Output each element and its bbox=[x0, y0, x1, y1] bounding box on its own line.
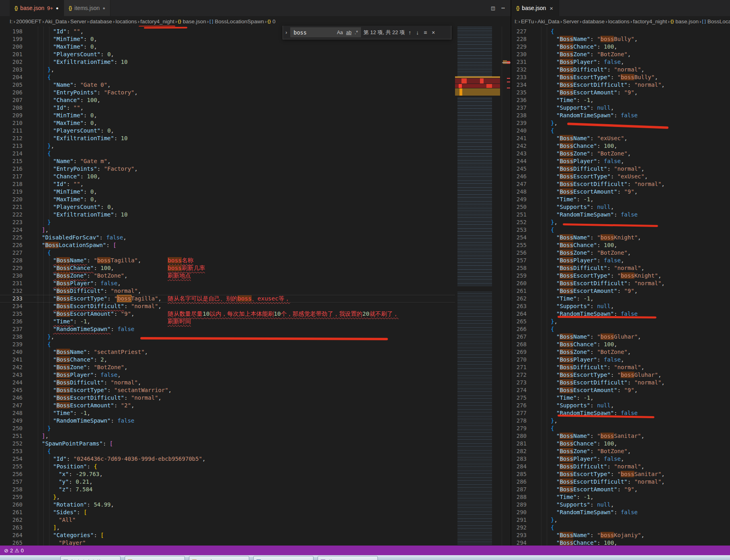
code-line[interactable]: 247"BossEscortDifficult": "normal", bbox=[511, 180, 730, 188]
code-line[interactable]: 263], bbox=[0, 524, 455, 531]
find-close-icon[interactable]: × bbox=[431, 29, 436, 36]
code-line[interactable]: 250} bbox=[0, 425, 455, 432]
code-line[interactable]: 248"BossEscortAmount": "9", bbox=[511, 188, 730, 196]
code-line[interactable]: 259"BossEscortType": "bossKnight", bbox=[511, 272, 730, 280]
breadcrumb-item[interactable]: {}base.json bbox=[178, 18, 206, 25]
code-line[interactable]: 262"Time": -1, bbox=[511, 295, 730, 302]
code-line[interactable]: 276"Supports": null, bbox=[511, 402, 730, 409]
breadcrumb-item[interactable]: Server bbox=[563, 18, 579, 25]
code-line[interactable]: 291}, bbox=[511, 516, 730, 524]
modified-dot-icon[interactable]: ● bbox=[56, 6, 59, 10]
code-line[interactable]: 253{ bbox=[0, 448, 455, 455]
code-line[interactable]: 220"MaxTime": 0, bbox=[0, 196, 455, 203]
minimap[interactable] bbox=[455, 27, 502, 546]
code-line[interactable]: 294"BossChance": 100, bbox=[511, 539, 730, 546]
code-line[interactable]: 263"Supports": null, bbox=[511, 302, 730, 310]
breadcrumb-item[interactable]: database bbox=[90, 18, 112, 25]
breadcrumb-item[interactable]: database bbox=[582, 18, 605, 25]
code-line[interactable]: 235"BossEscortAmount": "9",随从数量尽量10以内，每次… bbox=[0, 310, 455, 318]
breadcrumb-item[interactable]: factory4_night bbox=[140, 18, 174, 25]
code-line[interactable]: 290"RandomTimeSpawn": false bbox=[511, 509, 730, 516]
tab-base-json[interactable]: {} base.json 9+ ● bbox=[10, 0, 64, 16]
code-line[interactable]: 235"BossEscortAmount": "9", bbox=[511, 89, 730, 96]
breadcrumb-item[interactable]: factory4_night bbox=[633, 18, 667, 25]
code-line[interactable]: 278}, bbox=[511, 417, 730, 425]
find-next-icon[interactable]: ↓ bbox=[415, 29, 420, 36]
find-input[interactable]: boss Aa ab .* bbox=[290, 27, 361, 37]
code-line[interactable]: 282"BossZone": "BotZone", bbox=[511, 448, 730, 455]
code-line[interactable]: 244"BossDifficult": "normal", bbox=[0, 379, 455, 386]
code-line[interactable]: 285"BossEscortType": "bossSanitar", bbox=[511, 470, 730, 478]
code-line[interactable]: 261"Sides": [ bbox=[0, 509, 455, 516]
code-line[interactable]: 251], bbox=[0, 432, 455, 440]
code-line[interactable]: 274"BossEscortAmount": "9", bbox=[511, 386, 730, 394]
code-line[interactable]: 249"Time": -1, bbox=[511, 196, 730, 203]
code-line[interactable]: 205"Name": "Gate 0", bbox=[0, 81, 455, 89]
breadcrumb-item[interactable]: {}0 bbox=[267, 18, 275, 25]
breadcrumb-item[interactable]: locations bbox=[115, 18, 137, 25]
code-line[interactable]: 245"BossDifficult": "normal", bbox=[511, 165, 730, 173]
code-line[interactable]: 262"All" bbox=[0, 516, 455, 524]
code-line[interactable]: 243"BossPlayer": false, bbox=[0, 371, 455, 379]
match-case-icon[interactable]: Aa bbox=[335, 30, 344, 35]
code-line[interactable]: 271"BossDifficult": "normal", bbox=[511, 364, 730, 371]
code-line[interactable]: 231"BossPlayer": false, bbox=[511, 58, 730, 66]
code-line[interactable]: 260"BossEscortDifficult": "normal", bbox=[511, 280, 730, 287]
whole-word-icon[interactable]: ab bbox=[344, 30, 353, 35]
code-line[interactable]: 206"EntryPoints": "Factory", bbox=[0, 89, 455, 96]
code-line[interactable]: 243"BossZone": "BotZone", bbox=[511, 150, 730, 157]
code-line[interactable]: 200"MaxTime": 0, bbox=[0, 43, 455, 51]
overview-ruler[interactable] bbox=[502, 27, 511, 546]
code-line[interactable]: 293"BossName": "bossKojaniy", bbox=[511, 531, 730, 539]
code-line[interactable]: 258"BossDifficult": "normal", bbox=[511, 264, 730, 272]
taskbar-button[interactable]: 截图工具 bbox=[318, 556, 378, 560]
code-line[interactable]: 209"MinTime": 0, bbox=[0, 112, 455, 119]
code-line[interactable]: 280"BossName": "bossSanitar", bbox=[511, 432, 730, 440]
code-line[interactable]: 242"BossChance": 100, bbox=[511, 142, 730, 150]
code-line[interactable]: 259}, bbox=[0, 493, 455, 501]
code-line[interactable]: 218"Id": "", bbox=[0, 180, 455, 188]
code-line[interactable]: 213}, bbox=[0, 142, 455, 150]
code-line[interactable]: 204{ bbox=[0, 74, 455, 81]
tab-items-json[interactable]: {} items.json ● bbox=[64, 0, 111, 16]
code-line[interactable]: 225"DisabledForScav": false, bbox=[0, 234, 455, 241]
code-line[interactable]: 232"BossDifficult": "normal", bbox=[0, 287, 455, 295]
breadcrumb-item[interactable]: EFTu bbox=[521, 18, 534, 25]
code-line[interactable]: 203}, bbox=[0, 66, 455, 74]
code-line[interactable]: 266{ bbox=[511, 325, 730, 333]
modified-dot-icon[interactable]: ● bbox=[103, 6, 105, 10]
code-line[interactable]: 207"Chance": 100, bbox=[0, 96, 455, 104]
code-line[interactable]: 256"BossZone": "BotZone", bbox=[511, 249, 730, 257]
code-line[interactable]: 232"BossDifficult": "normal", bbox=[511, 66, 730, 74]
code-line[interactable]: 221"PlayersCount": 0, bbox=[0, 203, 455, 211]
code-line[interactable]: 201"PlayersCount": 0, bbox=[0, 51, 455, 58]
code-line[interactable]: 223} bbox=[0, 219, 455, 226]
code-line[interactable]: 260"Rotation": 54.99, bbox=[0, 501, 455, 509]
code-line[interactable]: 246"BossEscortDifficult": "normal", bbox=[0, 394, 455, 402]
code-line[interactable]: 210"MaxTime": 0, bbox=[0, 119, 455, 127]
code-line[interactable]: 215"Name": "Gate m", bbox=[0, 157, 455, 165]
code-line[interactable]: 230"BossZone": "BotZone", bbox=[511, 51, 730, 58]
code-line[interactable]: 222"ExfiltrationTime": 10 bbox=[0, 211, 455, 219]
breadcrumb-item[interactable]: Aki_Data bbox=[537, 18, 560, 25]
code-line[interactable]: 287"BossEscortAmount": "9", bbox=[511, 486, 730, 493]
code-line[interactable]: 248"Time": -1, bbox=[0, 409, 455, 417]
code-line[interactable]: 236"Time": -1, bbox=[511, 96, 730, 104]
code-line[interactable]: 288"Time": -1, bbox=[511, 493, 730, 501]
code-line[interactable]: 211"PlayersCount": 0, bbox=[0, 127, 455, 135]
code-line[interactable]: 242"BossZone": "BotZone", bbox=[0, 364, 455, 371]
code-line[interactable]: 270"BossPlayer": false, bbox=[511, 356, 730, 364]
code-line[interactable]: 234"BossEscortDifficult": "normal", bbox=[511, 81, 730, 89]
regex-icon[interactable]: .* bbox=[353, 30, 359, 35]
code-line[interactable]: 251"RandomTimeSpawn": false bbox=[511, 211, 730, 219]
code-line[interactable]: 247"BossEscortAmount": "2", bbox=[0, 402, 455, 409]
breadcrumb-item[interactable]: Aki_Data bbox=[45, 18, 67, 25]
code-line[interactable]: 258"z": 7.584 bbox=[0, 486, 455, 493]
code-line[interactable]: 283"BossPlayer": false, bbox=[511, 455, 730, 463]
code-line[interactable]: 254"BossName": "bossKnight", bbox=[511, 234, 730, 241]
code-line[interactable]: 216"EntryPoints": "Factory", bbox=[0, 165, 455, 173]
code-line[interactable]: 240{ bbox=[511, 127, 730, 135]
code-line[interactable]: 219"MinTime": 0, bbox=[0, 188, 455, 196]
code-line[interactable]: 292{ bbox=[511, 524, 730, 531]
code-line[interactable]: 231"BossPlayer": false, bbox=[0, 280, 455, 287]
